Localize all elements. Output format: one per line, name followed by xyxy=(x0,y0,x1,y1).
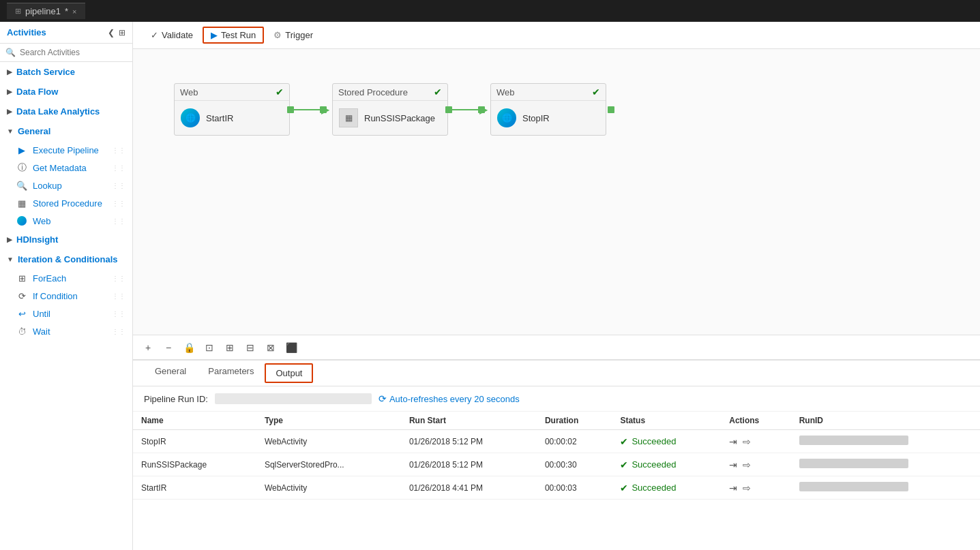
action-input-icon-1[interactable]: ⇥ xyxy=(729,459,737,470)
node-startir-type: Web xyxy=(180,87,198,97)
validate-label: Validate xyxy=(162,30,193,40)
status-succeeded-0: ✔ Succeeded xyxy=(620,436,713,447)
cell-name-2: StartIR xyxy=(133,476,256,500)
action-output-icon-0[interactable]: ⇨ xyxy=(743,436,751,447)
canvas-lock-button[interactable]: 🔒 xyxy=(181,339,197,356)
execute-pipeline-drag: ⋮⋮ xyxy=(112,147,125,154)
cell-status-1: ✔ Succeeded xyxy=(612,453,721,476)
sidebar-item-if-condition[interactable]: ⟳ If Condition ⋮⋮ xyxy=(0,287,132,305)
cell-runstart-1: 01/26/2018 5:12 PM xyxy=(401,453,537,476)
trigger-icon: ⚙ xyxy=(273,30,282,40)
sidebar-item-lookup[interactable]: 🔍 Lookup ⋮⋮ xyxy=(0,177,132,194)
iteration-arrow: ▼ xyxy=(7,256,14,263)
auto-refresh: ⟳ Auto-refreshes every 20 seconds xyxy=(378,393,520,404)
node-startir[interactable]: Web ✔ 🌐 StartIR xyxy=(174,83,290,136)
tab-output[interactable]: Output xyxy=(265,363,313,383)
output-table: Name Type Run Start Duration Status Acti… xyxy=(133,412,980,550)
action-output-icon-1[interactable]: ⇨ xyxy=(743,459,751,470)
node-startir-icon: 🌐 xyxy=(180,108,201,128)
collapse-icon[interactable]: ❮ xyxy=(108,28,115,37)
pipeline-tab[interactable]: ⊞ pipeline1 * × xyxy=(7,3,85,19)
col-actions: Actions xyxy=(721,412,790,430)
validate-button[interactable]: ✓ Validate xyxy=(144,27,200,43)
canvas-fit-button[interactable]: ⊡ xyxy=(201,339,218,356)
lookup-icon: 🔍 xyxy=(16,180,27,191)
toolbar: ✓ Validate ▶ Test Run ⚙ Trigger xyxy=(133,22,980,49)
tab-general[interactable]: General xyxy=(144,361,197,386)
tab-modified: * xyxy=(65,6,68,16)
hdinsight-header[interactable]: ▶ HDInsight xyxy=(0,230,132,249)
trigger-label: Trigger xyxy=(285,30,313,40)
wait-drag: ⋮⋮ xyxy=(112,328,125,335)
wait-icon: ⏱ xyxy=(16,326,27,337)
action-input-icon-2[interactable]: ⇥ xyxy=(729,483,737,493)
cell-runstart-0: 01/26/2018 5:12 PM xyxy=(401,430,537,453)
foreach-label: ForEach xyxy=(33,273,66,284)
run-id-label: Pipeline Run ID: xyxy=(144,394,208,404)
col-runid: RunID xyxy=(791,412,980,430)
search-input[interactable] xyxy=(20,48,127,57)
cell-actions-1: ⇥ ⇨ xyxy=(721,453,790,476)
node-stopir-header: Web ✔ xyxy=(491,84,606,101)
test-run-label: Test Run xyxy=(221,30,256,40)
refresh-icon: ⟳ xyxy=(378,393,387,404)
canvas-remove-button[interactable]: − xyxy=(160,339,177,356)
table-header: Name Type Run Start Duration Status Acti… xyxy=(133,412,980,430)
tab-close-icon[interactable]: × xyxy=(72,7,76,16)
test-run-button[interactable]: ▶ Test Run xyxy=(203,27,264,44)
node-stopir-body: 🌐 StopIR xyxy=(491,101,606,135)
connector-1: ▶ xyxy=(290,109,324,110)
table-row: StartIR WebActivity 01/26/2018 4:41 PM 0… xyxy=(133,476,980,500)
split-icon[interactable]: ⊞ xyxy=(119,28,125,37)
if-condition-drag: ⋮⋮ xyxy=(112,292,125,300)
if-condition-icon: ⟳ xyxy=(16,290,27,301)
sidebar-item-web[interactable]: Web ⋮⋮ xyxy=(0,212,132,230)
canvas-layout-button[interactable]: ⊟ xyxy=(242,339,258,356)
canvas-fullscreen-button[interactable]: ⬛ xyxy=(283,339,299,356)
table-row: RunSSISPackage SqlServerStoredPro... 01/… xyxy=(133,453,980,476)
sidebar-header: Activities ❮ ⊞ xyxy=(0,22,132,44)
node-startir-header: Web ✔ xyxy=(175,84,289,101)
bottom-panel: General Parameters Output Pipeline Run I… xyxy=(133,359,980,550)
action-input-icon-0[interactable]: ⇥ xyxy=(729,436,737,447)
if-condition-label: If Condition xyxy=(33,291,78,301)
connector-2: ▶ xyxy=(448,109,482,110)
tab-name: pipeline1 xyxy=(25,6,61,16)
data-flow-label: Data Flow xyxy=(16,87,58,97)
sidebar-item-execute-pipeline[interactable]: ▶ Execute Pipeline ⋮⋮ xyxy=(0,141,132,159)
node-stopir-type: Web xyxy=(496,87,515,97)
canvas-grid-button[interactable]: ⊞ xyxy=(222,339,238,356)
sidebar-title: Activities xyxy=(7,27,46,37)
sidebar-item-foreach[interactable]: ⊞ ForEach ⋮⋮ xyxy=(0,269,132,287)
stored-procedure-label: Stored Procedure xyxy=(33,198,102,209)
iteration-label: Iteration & Conditionals xyxy=(18,254,118,264)
canvas-align-button[interactable]: ⊠ xyxy=(263,339,279,356)
iteration-header[interactable]: ▼ Iteration & Conditionals xyxy=(0,249,132,269)
sidebar-item-until[interactable]: ↩ Until ⋮⋮ xyxy=(0,305,132,322)
data-flow-header[interactable]: ▶ Data Flow xyxy=(0,82,132,102)
web-sidebar-icon xyxy=(16,215,27,226)
sidebar-item-wait[interactable]: ⏱ Wait ⋮⋮ xyxy=(0,322,132,340)
data-lake-header[interactable]: ▶ Data Lake Analytics xyxy=(0,102,132,121)
cell-name-0: StopIR xyxy=(133,430,256,453)
cell-name-1: RunSSISPackage xyxy=(133,453,256,476)
action-output-icon-2[interactable]: ⇨ xyxy=(743,483,751,493)
node-stopir-status: ✔ xyxy=(592,87,600,97)
general-header[interactable]: ▼ General xyxy=(0,121,132,141)
cell-type-2: WebActivity xyxy=(256,476,401,500)
table-row: StopIR WebActivity 01/26/2018 5:12 PM 00… xyxy=(133,430,980,453)
batch-service-header[interactable]: ▶ Batch Service xyxy=(0,62,132,82)
node-runssispackage[interactable]: Stored Procedure ✔ ▦ RunSSISPackage xyxy=(332,83,448,136)
canvas-add-button[interactable]: + xyxy=(140,339,156,356)
cell-actions-0: ⇥ ⇨ xyxy=(721,430,790,453)
sidebar-item-get-metadata[interactable]: ⓘ Get Metadata ⋮⋮ xyxy=(0,159,132,177)
trigger-button[interactable]: ⚙ Trigger xyxy=(267,27,320,43)
sidebar-header-icons: ❮ ⊞ xyxy=(108,28,125,37)
cell-actions-2: ⇥ ⇨ xyxy=(721,476,790,500)
cell-duration-2: 00:00:03 xyxy=(537,476,612,500)
sidebar: Activities ❮ ⊞ 🔍 ▶ Batch Service ▶ Data … xyxy=(0,22,133,550)
node-stopir[interactable]: Web ✔ 🌐 StopIR xyxy=(490,83,606,136)
results-table: Name Type Run Start Duration Status Acti… xyxy=(133,412,980,500)
tab-parameters[interactable]: Parameters xyxy=(197,361,265,386)
sidebar-item-stored-procedure[interactable]: ▦ Stored Procedure ⋮⋮ xyxy=(0,194,132,212)
